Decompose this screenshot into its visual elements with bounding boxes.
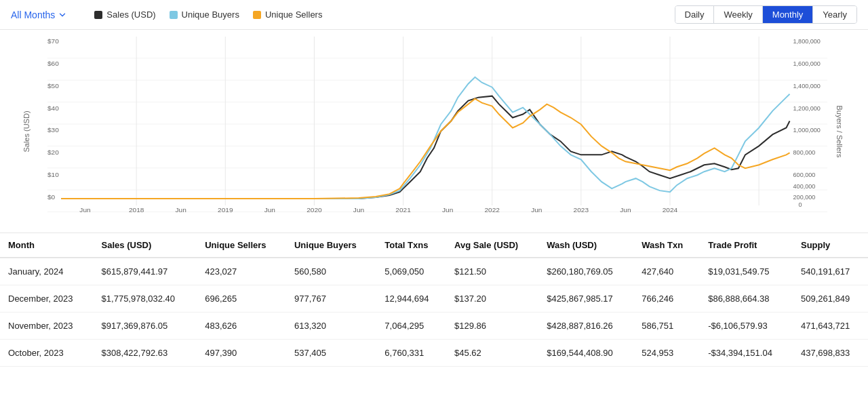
cell-0-1: $615,879,441.97 bbox=[94, 258, 197, 285]
filter-label: All Months bbox=[11, 9, 55, 20]
table-row: December, 2023$1,775,978,032.40696,26597… bbox=[0, 285, 868, 313]
cell-1-2: 696,265 bbox=[197, 285, 286, 313]
table-header-row: Month Sales (USD) Unique Sellers Unique … bbox=[0, 233, 868, 258]
cell-0-3: 560,580 bbox=[286, 258, 376, 285]
cell-3-9: 437,698,833 bbox=[793, 340, 868, 367]
legend-sellers: Unique Sellers bbox=[253, 9, 323, 20]
col-month: Month bbox=[0, 233, 94, 258]
svg-rect-1 bbox=[47, 37, 827, 212]
cell-0-5: $121.50 bbox=[446, 258, 538, 285]
svg-text:400,000: 400,000 bbox=[793, 183, 816, 190]
col-total-txns: Total Txns bbox=[376, 233, 446, 258]
cell-3-2: 497,390 bbox=[197, 340, 286, 367]
cell-3-4: 6,760,331 bbox=[376, 340, 446, 367]
y-axis-right-label: Buyers / Sellers bbox=[835, 105, 843, 157]
cell-2-2: 483,626 bbox=[197, 313, 286, 340]
legend-buyers: Unique Buyers bbox=[170, 9, 239, 20]
svg-text:$70: $70 bbox=[47, 37, 59, 45]
legend-dot-sellers bbox=[253, 11, 261, 19]
svg-text:600,000: 600,000 bbox=[793, 172, 816, 178]
table-row: January, 2024$615,879,441.97423,027560,5… bbox=[0, 258, 868, 285]
col-wash-txn: Wash Txn bbox=[633, 233, 700, 258]
col-trade-profit: Trade Profit bbox=[700, 233, 793, 258]
svg-text:2021: 2021 bbox=[395, 206, 411, 212]
cell-2-1: $917,369,876.05 bbox=[94, 313, 197, 340]
cell-2-4: 7,064,295 bbox=[376, 313, 446, 340]
cell-2-0: November, 2023 bbox=[0, 313, 94, 340]
svg-text:Jun: Jun bbox=[531, 206, 542, 212]
all-months-filter[interactable]: All Months bbox=[11, 9, 67, 20]
svg-text:Jun: Jun bbox=[620, 206, 631, 212]
svg-text:1,400,000: 1,400,000 bbox=[793, 83, 821, 89]
svg-text:$60: $60 bbox=[47, 60, 59, 67]
cell-2-9: 471,643,721 bbox=[793, 313, 868, 340]
data-table: Month Sales (USD) Unique Sellers Unique … bbox=[0, 233, 868, 367]
col-unique-sellers: Unique Sellers bbox=[197, 233, 286, 258]
svg-text:Jun: Jun bbox=[176, 206, 186, 212]
chart-container: Sales (USD) Buyers / Sellers $70 $60 $50… bbox=[0, 30, 868, 233]
cell-2-6: $428,887,816.26 bbox=[538, 313, 633, 340]
cell-2-5: $129.86 bbox=[446, 313, 538, 340]
y-axis-left-label: Sales (USD) bbox=[22, 110, 31, 152]
period-yearly[interactable]: Yearly bbox=[813, 6, 856, 23]
col-unique-buyers: Unique Buyers bbox=[286, 233, 376, 258]
cell-0-4: 5,069,050 bbox=[376, 258, 446, 285]
col-supply: Supply bbox=[793, 233, 868, 258]
svg-text:$10: $10 bbox=[47, 171, 59, 178]
svg-text:2024: 2024 bbox=[663, 206, 678, 212]
cell-3-7: 524,953 bbox=[633, 340, 700, 367]
svg-text:Jun: Jun bbox=[442, 206, 453, 212]
legend-dot-buyers bbox=[170, 11, 178, 19]
svg-text:2023: 2023 bbox=[574, 206, 589, 212]
top-bar: All Months Sales (USD) Unique Buyers Uni… bbox=[0, 0, 868, 30]
cell-3-3: 537,405 bbox=[286, 340, 376, 367]
cell-0-7: 427,640 bbox=[633, 258, 700, 285]
cell-2-8: -$6,106,579.93 bbox=[700, 313, 793, 340]
period-monthly[interactable]: Monthly bbox=[763, 6, 814, 23]
cell-3-5: $45.62 bbox=[446, 340, 538, 367]
svg-text:1,000,000: 1,000,000 bbox=[793, 127, 821, 134]
svg-text:2022: 2022 bbox=[484, 206, 500, 212]
svg-text:800,000: 800,000 bbox=[793, 149, 816, 156]
cell-0-6: $260,180,769.05 bbox=[538, 258, 633, 285]
chart-legend: Sales (USD) Unique Buyers Unique Sellers bbox=[94, 9, 322, 20]
table-row: October, 2023$308,422,792.63497,390537,4… bbox=[0, 340, 868, 367]
chevron-down-icon bbox=[58, 10, 67, 20]
cell-0-8: $19,031,549.75 bbox=[700, 258, 793, 285]
svg-text:1,600,000: 1,600,000 bbox=[793, 60, 821, 67]
svg-text:$40: $40 bbox=[47, 104, 59, 112]
svg-text:1,200,000: 1,200,000 bbox=[793, 105, 821, 112]
cell-1-1: $1,775,978,032.40 bbox=[94, 285, 197, 313]
period-selector: Daily Weekly Monthly Yearly bbox=[675, 5, 857, 24]
svg-text:$20: $20 bbox=[47, 148, 59, 156]
svg-text:2018: 2018 bbox=[129, 206, 144, 212]
cell-3-1: $308,422,792.63 bbox=[94, 340, 197, 367]
col-avg-sale: Avg Sale (USD) bbox=[446, 233, 538, 258]
cell-1-5: $137.20 bbox=[446, 285, 538, 313]
svg-text:Jun: Jun bbox=[353, 206, 364, 212]
svg-text:0: 0 bbox=[799, 201, 802, 208]
col-sales: Sales (USD) bbox=[94, 233, 197, 258]
period-weekly[interactable]: Weekly bbox=[714, 6, 762, 23]
legend-sales: Sales (USD) bbox=[94, 9, 155, 20]
line-chart: $70 $60 $50 $40 $30 $20 $10 $0 1,800,000… bbox=[47, 37, 827, 212]
cell-0-0: January, 2024 bbox=[0, 258, 94, 285]
svg-text:1,800,000: 1,800,000 bbox=[793, 38, 821, 45]
svg-text:2020: 2020 bbox=[307, 206, 322, 212]
cell-1-7: 766,246 bbox=[633, 285, 700, 313]
svg-text:200,000: 200,000 bbox=[793, 194, 816, 201]
table-row: November, 2023$917,369,876.05483,626613,… bbox=[0, 313, 868, 340]
svg-text:Jun: Jun bbox=[264, 206, 275, 212]
svg-text:$30: $30 bbox=[47, 127, 59, 134]
svg-text:$0: $0 bbox=[47, 193, 56, 201]
cell-1-3: 977,767 bbox=[286, 285, 376, 313]
cell-2-3: 613,320 bbox=[286, 313, 376, 340]
svg-text:Jun: Jun bbox=[79, 206, 90, 212]
period-daily[interactable]: Daily bbox=[675, 6, 715, 23]
cell-2-7: 586,751 bbox=[633, 313, 700, 340]
legend-dot-sales bbox=[94, 11, 102, 19]
cell-1-0: December, 2023 bbox=[0, 285, 94, 313]
cell-0-2: 423,027 bbox=[197, 258, 286, 285]
cell-0-9: 540,191,617 bbox=[793, 258, 868, 285]
svg-text:2019: 2019 bbox=[218, 206, 233, 212]
